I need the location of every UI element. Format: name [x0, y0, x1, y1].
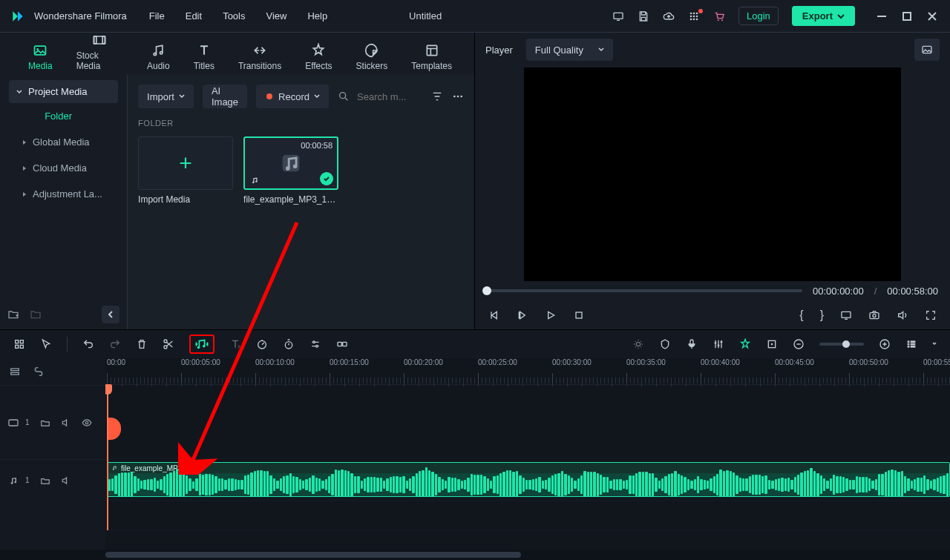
time-ruler[interactable]: 00:0000:00:05:0000:00:10:0000:00:15:0000… — [105, 358, 950, 385]
cart-icon[interactable] — [713, 10, 725, 22]
ai-image-button[interactable]: AI Image — [203, 85, 247, 108]
track-view-icon[interactable] — [905, 338, 917, 350]
device-icon[interactable] — [612, 10, 624, 22]
playhead[interactable] — [107, 385, 108, 530]
zoom-in-icon[interactable] — [879, 338, 891, 350]
track-mute-icon[interactable] — [61, 475, 71, 486]
collapse-sidebar[interactable] — [102, 306, 119, 323]
tab-templates[interactable]: Templates — [411, 43, 452, 74]
more-icon[interactable] — [452, 90, 464, 102]
plus-icon: + — [179, 151, 192, 176]
video-track[interactable] — [105, 385, 950, 459]
voiceover-icon[interactable] — [686, 338, 698, 350]
audio-stretch-button[interactable] — [189, 335, 214, 354]
track-view-dropdown[interactable] — [932, 340, 937, 348]
zoom-out-icon[interactable] — [793, 338, 805, 350]
track-lock-icon[interactable] — [40, 475, 50, 486]
tab-audio[interactable]: Audio — [147, 43, 170, 74]
timeline-scrollbar[interactable] — [0, 550, 950, 560]
auto-beat-icon[interactable] — [739, 338, 751, 350]
tab-effects[interactable]: Effects — [305, 43, 332, 74]
svg-rect-22 — [427, 45, 436, 55]
svg-point-73 — [14, 481, 16, 483]
text-icon[interactable] — [229, 338, 241, 350]
cursor-icon[interactable] — [40, 338, 52, 350]
menu-file[interactable]: File — [149, 10, 165, 22]
crop-icon[interactable] — [766, 338, 778, 350]
video-track-header[interactable]: 1 — [0, 385, 105, 459]
export-button[interactable]: Export — [792, 6, 855, 26]
save-icon[interactable] — [638, 10, 649, 22]
import-button[interactable]: Import — [138, 85, 194, 108]
quality-select[interactable]: Full Quality — [526, 39, 613, 61]
link-clips-icon[interactable] — [336, 338, 348, 350]
menu-edit[interactable]: Edit — [186, 10, 202, 22]
tab-titles[interactable]: Titles — [194, 43, 214, 74]
zoom-slider[interactable] — [819, 343, 864, 346]
library-search[interactable] — [338, 90, 422, 103]
sidebar-project-media[interactable]: Project Media — [9, 80, 118, 103]
media-clip-card[interactable]: 00:00:58 file_example_MP3_1MG — [243, 136, 338, 205]
import-media-thumb[interactable]: + — [138, 136, 233, 190]
camera-icon[interactable] — [868, 309, 880, 321]
mark-in-icon[interactable]: { — [799, 309, 803, 322]
clip-name: file_example_MP3_1MG — [121, 464, 203, 472]
sliders-icon[interactable] — [309, 338, 321, 350]
search-input[interactable] — [356, 90, 422, 103]
filter-icon[interactable] — [431, 90, 443, 102]
svg-rect-0 — [614, 13, 623, 19]
audio-mixer-icon[interactable] — [712, 338, 724, 350]
play-back-icon[interactable] — [517, 309, 528, 321]
delete-folder-icon[interactable] — [30, 309, 42, 320]
window-close[interactable] — [928, 12, 937, 21]
record-marker[interactable] — [108, 418, 121, 440]
track-lock-icon[interactable] — [40, 418, 50, 428]
play-icon[interactable] — [545, 309, 557, 321]
track-manage-icon[interactable] — [9, 366, 21, 378]
audio-track-header[interactable]: 1 — [0, 459, 105, 501]
delete-icon[interactable] — [136, 338, 148, 350]
volume-icon[interactable] — [897, 309, 908, 321]
tab-stock-media[interactable]: Stock Media — [76, 33, 123, 74]
audio-clip[interactable]: file_example_MP3_1MG — [107, 462, 950, 497]
tab-media[interactable]: Media — [28, 43, 53, 74]
svg-rect-40 — [20, 340, 23, 343]
speed-icon[interactable] — [256, 338, 268, 350]
timeline-tracks[interactable]: 00:0000:00:05:0000:00:10:0000:00:15:0000… — [105, 358, 950, 550]
media-clip-thumb[interactable]: 00:00:58 — [243, 136, 338, 190]
split-icon[interactable] — [163, 338, 174, 350]
audio-track[interactable]: file_example_MP3_1MG — [105, 459, 950, 501]
mark-out-icon[interactable]: } — [820, 309, 824, 322]
tab-stickers[interactable]: Stickers — [356, 43, 388, 74]
timer-icon[interactable] — [283, 338, 295, 350]
redo-icon[interactable] — [109, 338, 121, 350]
window-maximize[interactable] — [902, 12, 911, 21]
login-button[interactable]: Login — [738, 7, 779, 25]
undo-icon[interactable] — [82, 338, 94, 350]
tab-transitions[interactable]: Transitions — [238, 43, 281, 74]
track-mute-icon[interactable] — [61, 418, 71, 428]
sidebar-cloud-media[interactable]: Cloud Media — [0, 155, 127, 181]
seek-bar[interactable] — [487, 289, 802, 292]
new-folder-icon[interactable] — [7, 309, 19, 320]
stop-icon[interactable] — [573, 309, 585, 321]
prev-frame-icon[interactable] — [488, 309, 500, 321]
link-toggle-icon[interactable] — [33, 366, 45, 378]
sidebar-folder[interactable]: Folder — [0, 103, 127, 129]
video-canvas[interactable] — [524, 67, 901, 281]
magnet-icon[interactable] — [13, 338, 25, 350]
fullscreen-icon[interactable] — [925, 309, 937, 321]
window-minimize[interactable] — [877, 12, 886, 21]
import-media-card[interactable]: + Import Media — [138, 136, 233, 205]
sidebar-adjustment-layer[interactable]: Adjustment La... — [0, 181, 127, 207]
empty-track[interactable] — [105, 501, 950, 530]
snapshot-button[interactable] — [914, 39, 940, 61]
sidebar-global-media[interactable]: Global Media — [0, 129, 127, 155]
record-button[interactable]: Record — [256, 85, 329, 108]
cloud-icon[interactable] — [663, 10, 675, 22]
auto-enhance-icon[interactable] — [632, 338, 644, 350]
marker-icon[interactable] — [659, 338, 671, 350]
display-mode-icon[interactable] — [840, 309, 852, 321]
track-visibility-icon[interactable] — [82, 418, 92, 428]
apps-icon[interactable] — [688, 10, 700, 22]
